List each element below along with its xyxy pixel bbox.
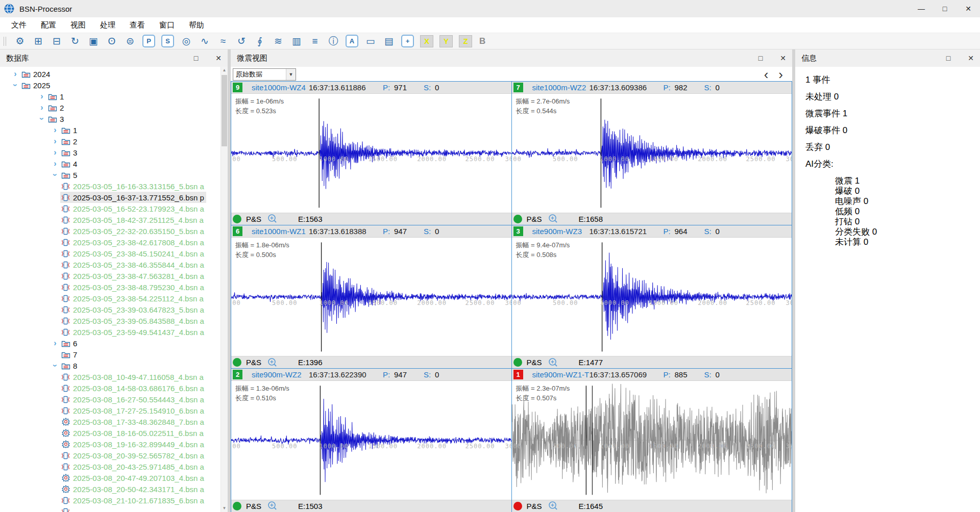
tree-file-item[interactable]: 2025-03-05_23-38-45.150241_4.bsn a [0,248,228,259]
toolbar-grip[interactable] [4,37,6,46]
tree-folder-1[interactable]: ›1 [0,124,228,136]
refresh-icon[interactable]: ↻ [69,36,81,47]
bold-button[interactable]: B [478,36,486,46]
zoom-in-icon[interactable] [548,214,558,224]
tree-folder-2024[interactable]: ›2024 [0,68,228,80]
tree-file-item[interactable]: 2025-03-05_16-37-13.771552_6.bsn p [0,192,228,203]
folder-add-icon[interactable]: ⊞ [32,36,44,47]
s-phase-button[interactable]: S [161,35,174,47]
power-icon[interactable]: ʘ [106,36,118,47]
menu-item-2[interactable]: 配置 [34,20,63,30]
menu-item-4[interactable]: 处理 [93,20,122,30]
zoom-in-icon[interactable] [267,357,278,368]
axis-x-button[interactable]: X [420,35,433,47]
tree-file-item[interactable]: 2025-03-05_23-59-49.541437_4.bsn a [0,326,228,338]
data-type-dropdown[interactable]: 原始数据 ▼ [233,68,296,81]
menu-item-3[interactable]: 视图 [63,20,93,30]
channel-name[interactable]: site1000m-WZ2 [532,83,590,92]
q-wave-icon[interactable]: ∮ [254,36,266,47]
waveform-plot[interactable]: 00500.001000.001500.002000.002500.003000… [512,381,792,500]
tree-file-item[interactable]: 2025-03-08_17-33-48.362848_7.bsn a [0,416,228,427]
next-event-button[interactable]: › [778,69,783,80]
tree-file-item[interactable]: 2025-03-05_23-38-48.795230_4.bsn a [0,281,228,293]
expand-chevron-icon[interactable]: › [37,103,47,113]
prev-event-button[interactable]: ‹ [764,69,769,80]
collapse-chevron-icon[interactable]: › [50,361,60,371]
tree-file-item[interactable]: 2025-03-05_16-52-23.179923_4.bsn a [0,203,228,214]
expand-chevron-icon[interactable]: › [50,338,60,348]
waveform-plot[interactable]: 00500.001000.001500.002000.002500.003000… [512,94,792,213]
waveform-plot[interactable]: 00500.001000.001500.002000.002500.003000… [512,238,792,356]
collapse-chevron-icon[interactable]: › [50,170,60,180]
expand-chevron-icon[interactable]: › [50,136,60,146]
waveform-plot[interactable]: 00500.001000.001500.002000.002500.003000… [231,381,511,500]
waveform-icon[interactable]: ∿ [199,36,211,47]
collapse-chevron-icon[interactable]: › [37,114,47,124]
expand-chevron-icon[interactable]: › [50,159,60,169]
database-icon[interactable]: ⊜ [124,36,136,47]
tree-file-item[interactable]: 2025-03-08_20-50-42.343171_4.bsn a [0,483,228,495]
tree-file-item[interactable]: 2025-03-08_20-43-25.971485_4.bsn a [0,461,228,472]
frame-icon[interactable]: ▭ [364,36,377,47]
settings-icon[interactable]: ⚙ [14,36,26,47]
text-label-button[interactable]: A [346,35,358,47]
channel-name[interactable]: site900m-WZ2 [252,370,309,379]
tree-file-item[interactable]: 2025-03-05_22-32-20.635150_5.bsn a [0,225,228,237]
info-float-button[interactable]: □ [946,54,950,62]
scrollbar-thumb[interactable] [222,75,227,146]
tree-file-item[interactable]: 2025-03-08_17-27-25.154910_6.bsn a [0,405,228,416]
tree-file-item[interactable]: 2025-03-08_18-16-05.022511_6.bsn a [0,427,228,439]
minimize-button[interactable]: — [910,0,933,17]
tree-file-item[interactable]: 2025-03-05_18-42-37.251125_4.bsn a [0,214,228,225]
tree-folder-1[interactable]: ›1 [0,91,228,102]
close-button[interactable]: ✕ [957,0,980,17]
tree-folder-7[interactable]: 7 [0,349,228,360]
maximize-button[interactable]: □ [933,0,957,17]
replay-icon[interactable]: ↺ [235,36,248,47]
tree-file-item[interactable]: 2025-03-05_23-39-03.647823_5.bsn a [0,304,228,315]
tree-folder-8[interactable]: ›8 [0,360,228,371]
tree-folder-4[interactable]: ›4 [0,158,228,169]
wave-threshold-icon[interactable]: ≋ [272,36,284,47]
waveform-smooth-icon[interactable]: ≈ [217,36,229,47]
expand-chevron-icon[interactable]: › [37,91,47,101]
zoom-in-icon[interactable] [267,214,278,224]
list-icon[interactable]: ≡ [309,36,321,47]
folder-open-icon[interactable]: ⊟ [51,36,63,47]
layers-icon[interactable]: ▤ [383,36,395,47]
channel-name[interactable]: site1000m-WZ4 [252,83,309,92]
zoom-in-icon[interactable] [267,501,278,511]
expand-chevron-icon[interactable]: › [50,125,60,135]
channel-name[interactable]: site900m-WZ3 [532,227,590,236]
database-close-button[interactable]: ✕ [215,54,222,62]
tree-file-item[interactable]: 2025-03-05_23-38-46.355844_4.bsn a [0,259,228,270]
view-close-button[interactable]: ✕ [780,54,786,62]
tree-file-item[interactable]: 2025-03-08_20-47-49.207103_4.bsn a [0,472,228,483]
tree-folder-3[interactable]: ›3 [0,113,228,124]
tree-file-item[interactable]: 2025-03-08_14-58-03.686176_6.bsn a [0,382,228,394]
tree-folder-2025[interactable]: ›2025 [0,80,228,91]
channel-name[interactable]: site1000m-WZ1 [252,227,309,236]
p-phase-button[interactable]: P [142,35,155,47]
scroll-down-icon[interactable]: ▼ [221,505,228,512]
tree-file-item[interactable]: 2025-03-08_20-39-52.565782_4.bsn a [0,450,228,461]
tree-file-item[interactable]: 2025-03-05_23-38-42.617808_4.bsn a [0,237,228,248]
tree-file-item[interactable]: 2025-03-05_23-38-54.225112_4.bsn a [0,293,228,304]
tree-file-item[interactable]: 2025-03-08_21-10-21.671835_6.bsn a [0,495,228,506]
menu-item-1[interactable]: 文件 [4,20,34,30]
zoom-in-icon[interactable] [548,357,558,368]
info-icon[interactable]: ⓘ [327,36,339,47]
tree-file-item[interactable]: 2025-03-08_10-49-47.116058_4.bsn a [0,371,228,382]
database-float-button[interactable]: □ [194,54,198,62]
menu-item-6[interactable]: 窗口 [152,20,182,30]
zoom-in-icon[interactable] [548,501,558,511]
crosshair-button[interactable]: + [401,35,414,47]
channel-name[interactable]: site900m-WZ1-T [532,370,590,379]
tree-file-item[interactable]: 2025-03-05_16-16-33.313156_5.bsn a [0,181,228,192]
menu-item-5[interactable]: 查看 [122,20,152,30]
expand-chevron-icon[interactable]: › [50,147,60,158]
expand-chevron-icon[interactable]: › [10,69,20,79]
histogram-icon[interactable]: ▥ [290,36,303,47]
tree-file-item[interactable] [0,506,228,512]
view-float-button[interactable]: □ [758,54,763,62]
